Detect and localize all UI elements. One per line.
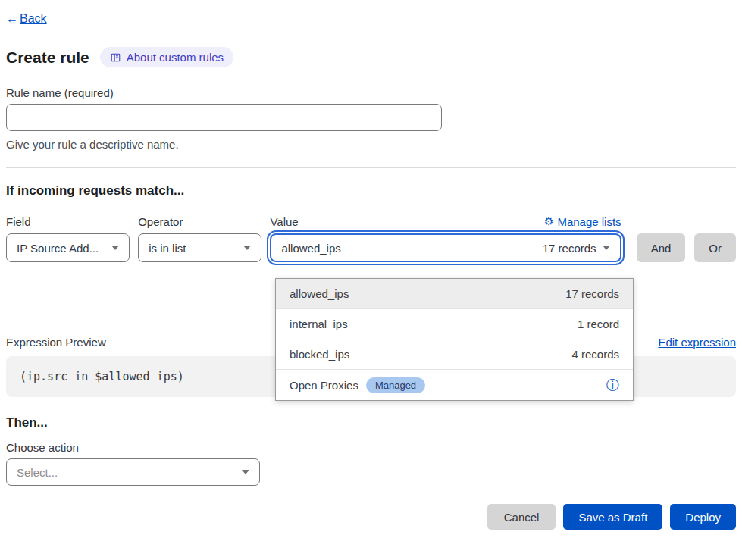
edit-expression-link[interactable]: Edit expression	[658, 336, 736, 349]
chevron-down-icon	[603, 246, 610, 250]
list-item[interactable]: allowed_ips 17 records	[276, 279, 633, 309]
rule-name-label: Rule name (required)	[6, 86, 736, 99]
save-as-draft-button[interactable]: Save as Draft	[563, 504, 662, 530]
about-custom-rules-link[interactable]: About custom rules	[100, 47, 233, 67]
list-item-name: allowed_ips	[290, 287, 349, 300]
field-select[interactable]: IP Source Add...	[6, 233, 130, 262]
operator-select-value: is in list	[149, 242, 186, 255]
rule-name-helper: Give your rule a descriptive name.	[6, 138, 736, 151]
match-section-heading: If incoming requests match...	[6, 183, 736, 199]
list-item-count: 1 record	[578, 318, 619, 330]
page-title: Create rule	[6, 48, 89, 67]
list-item-name: internal_ips	[290, 318, 348, 330]
value-select-name: allowed_ips	[281, 242, 340, 255]
back-row: ←Back	[6, 0, 736, 26]
value-select[interactable]: allowed_ips 17 records	[270, 233, 621, 262]
section-divider	[6, 167, 736, 168]
condition-builder: Field IP Source Add... Operator is in li…	[6, 214, 736, 262]
back-label: Back	[20, 12, 47, 26]
deploy-button[interactable]: Deploy	[670, 504, 736, 530]
info-icon[interactable]: ⓘ	[606, 379, 619, 392]
expression-preview-label: Expression Preview	[6, 336, 106, 349]
field-label: Field	[6, 215, 31, 228]
field-select-value: IP Source Add...	[17, 242, 99, 255]
or-button[interactable]: Or	[694, 233, 736, 262]
manage-lists-label: Manage lists	[557, 215, 621, 228]
action-select-placeholder: Select...	[17, 466, 58, 479]
title-row: Create rule About custom rules	[6, 47, 736, 67]
rule-name-input[interactable]	[6, 104, 442, 131]
and-button[interactable]: And	[637, 233, 686, 262]
list-item-name: Open Proxies	[290, 379, 358, 392]
gear-icon: ⚙	[544, 215, 554, 227]
list-item[interactable]: Open Proxies Managed ⓘ	[276, 370, 633, 400]
book-icon	[110, 52, 121, 63]
operator-label: Operator	[138, 215, 183, 228]
then-section-heading: Then...	[6, 415, 736, 430]
list-item-count: 17 records	[565, 287, 619, 300]
list-dropdown-panel: allowed_ips 17 records internal_ips 1 re…	[275, 278, 634, 401]
action-select[interactable]: Select...	[6, 458, 260, 486]
cancel-button[interactable]: Cancel	[487, 504, 556, 530]
managed-badge: Managed	[366, 377, 425, 393]
about-badge-label: About custom rules	[127, 51, 224, 64]
choose-action-label: Choose action	[6, 441, 736, 454]
value-select-count: 17 records	[543, 242, 596, 255]
back-button[interactable]: ←Back	[6, 12, 47, 26]
list-item-count: 4 records	[571, 348, 619, 361]
create-rule-page: ←Back Create rule About custom rules Rul…	[0, 0, 742, 530]
back-arrow-icon: ←	[6, 12, 18, 26]
list-item[interactable]: blocked_ips 4 records	[276, 339, 633, 370]
footer-actions: Cancel Save as Draft Deploy	[6, 504, 736, 530]
list-item[interactable]: internal_ips 1 record	[276, 309, 633, 339]
value-label: Value	[270, 215, 298, 228]
chevron-down-icon	[111, 246, 119, 250]
list-item-name: blocked_ips	[290, 348, 349, 361]
chevron-down-icon	[243, 246, 251, 250]
manage-lists-link[interactable]: ⚙ Manage lists	[544, 215, 621, 228]
operator-select[interactable]: is in list	[138, 233, 261, 262]
chevron-down-icon	[242, 470, 249, 474]
expression-code: (ip.src in $allowed_ips)	[20, 370, 184, 383]
